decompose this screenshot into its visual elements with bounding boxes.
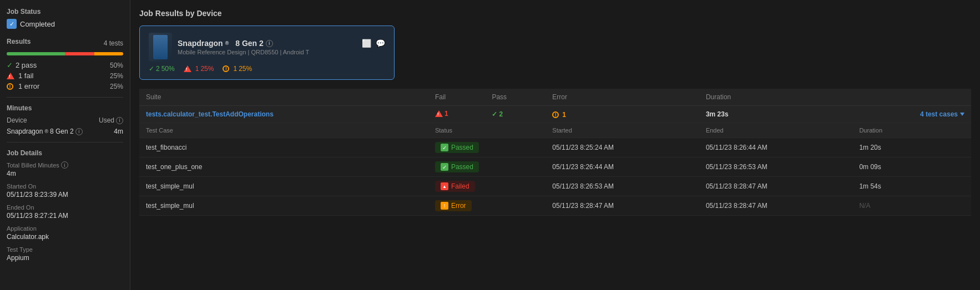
device-card-info-icon[interactable]: i	[266, 40, 273, 47]
tc-status-4: ! Error	[428, 196, 545, 216]
test-type-label: Test Type	[7, 246, 123, 253]
fail-label: 1 fail	[18, 72, 33, 80]
fail-result: 1 fail 25%	[7, 72, 123, 80]
tc-col-name: Test Case	[139, 123, 428, 138]
job-status-row: ✓ Completed	[7, 19, 123, 29]
job-details-label: Job Details	[7, 149, 123, 157]
divider-2	[7, 142, 123, 143]
job-status-section: Job Status ✓ Completed	[7, 8, 123, 29]
tc-ended-4: 05/11/23 8:28:47 AM	[699, 196, 853, 216]
device-pass-stat: ✓ 2 50%	[149, 65, 175, 73]
tc-name-3: test_simple_mul	[139, 177, 428, 196]
tc-col-started: Started	[545, 123, 699, 138]
minutes-label: Minutes	[7, 104, 123, 112]
results-section: Results 4 tests ✓ 2 pass 50% 1 fail 25% …	[7, 38, 123, 90]
test-type-value: Appium	[7, 254, 123, 262]
suite-fail: 1	[428, 106, 485, 123]
col-action	[852, 89, 971, 106]
suite-fail-icon	[435, 110, 443, 117]
suite-test-cases[interactable]: 4 test cases	[852, 106, 971, 123]
error-icon: !	[441, 202, 448, 210]
started-on-value: 05/11/23 8:23:39 AM	[7, 191, 123, 199]
used-col-label: Used	[99, 116, 114, 124]
progress-error	[94, 52, 124, 55]
tc-ended-2: 05/11/23 8:26:53 AM	[699, 157, 853, 177]
error-icon: !	[7, 83, 13, 90]
tc-started-4: 05/11/23 8:28:47 AM	[545, 196, 699, 216]
error-circle-icon: !	[223, 65, 229, 72]
snapdragon-minutes-row: Snapdragon® 8 Gen 2 i 4m	[7, 128, 123, 135]
device-monitor-icon[interactable]: ⬜	[362, 39, 371, 48]
progress-fail	[65, 52, 94, 55]
device-fail-stat: 1 25%	[184, 65, 214, 73]
suite-row: tests.calculator_test.TestAddOperations …	[139, 106, 971, 123]
minutes-section: Minutes Device Used i Snapdragon® 8 Gen …	[7, 104, 123, 135]
suite-pass: ✓ 2	[485, 106, 545, 123]
device-col-label: Device	[7, 116, 27, 124]
tc-duration-4: N/A	[852, 196, 971, 216]
tc-started-2: 05/11/23 8:26:44 AM	[545, 157, 699, 177]
ended-on-value: 05/11/23 8:27:21 AM	[7, 212, 123, 220]
ended-on-label: Ended On	[7, 204, 123, 211]
suite-name: tests.calculator_test.TestAddOperations	[139, 106, 428, 123]
suite-error-icon: !	[552, 111, 559, 118]
application-label: Application	[7, 225, 123, 232]
tc-status-1: ✓ Passed	[428, 138, 545, 157]
tc-started-1: 05/11/23 8:25:24 AM	[545, 138, 699, 157]
col-error: Error	[545, 89, 699, 106]
tc-name-4: test_simple_mul	[139, 196, 428, 216]
suite-error: ! 1	[545, 106, 699, 123]
tc-duration-2: 0m 09s	[852, 157, 971, 177]
table-row: test_simple_mul ▲ Failed 05/11/23 8:26:5…	[139, 177, 971, 196]
table-header-row: Suite Fail Pass Error Duration	[139, 89, 971, 106]
expand-icon	[960, 113, 964, 116]
col-duration: Duration	[699, 89, 853, 106]
device-card: Snapdragon® 8 Gen 2 i ⬜ 💬 Mobile Referen…	[139, 26, 395, 80]
billed-info-icon[interactable]: i	[61, 161, 68, 169]
total-billed-label: Total Billed Minutes i	[7, 161, 123, 169]
tc-status-2: ✓ Passed	[428, 157, 545, 177]
col-pass: Pass	[485, 89, 545, 106]
table-row: test_fibonacci ✓ Passed 05/11/23 8:25:24…	[139, 138, 971, 157]
snapdragon-name: Snapdragon® 8 Gen 2 i	[7, 128, 83, 135]
pass-icon: ✓	[7, 61, 13, 69]
main-content: Job Results by Device Snapdragon® 8 Gen …	[130, 0, 980, 290]
used-info-icon[interactable]: i	[116, 117, 123, 124]
device-chat-icon[interactable]: 💬	[376, 39, 385, 48]
passed-icon: ✓	[441, 144, 448, 151]
job-status-value: Completed	[20, 20, 55, 28]
tc-name-2: test_one_plus_one	[139, 157, 428, 177]
tc-started-3: 05/11/23 8:26:53 AM	[545, 177, 699, 196]
table-row: test_simple_mul ! Error 05/11/23 8:28:47…	[139, 196, 971, 216]
fail-icon	[7, 73, 14, 79]
snapdragon-minutes: 4m	[114, 128, 123, 135]
device-error-stat: ! 1 25%	[223, 65, 252, 73]
tc-col-status: Status	[428, 123, 545, 138]
results-label: Results	[7, 38, 31, 45]
job-status-label: Job Status	[7, 8, 123, 16]
device-used-row: Device Used i	[7, 116, 123, 124]
total-billed-value: 4m	[7, 170, 123, 177]
pass-result: ✓ 2 pass 50%	[7, 61, 123, 69]
error-result: ! 1 error 25%	[7, 82, 123, 90]
tc-duration-1: 1m 20s	[852, 138, 971, 157]
tc-ended-1: 05/11/23 8:26:44 AM	[699, 138, 853, 157]
device-sub: Mobile Reference Design | QRD8550 | Andr…	[178, 49, 385, 55]
sidebar: Job Status ✓ Completed Results 4 tests ✓…	[0, 0, 130, 290]
results-header: Results 4 tests	[7, 38, 123, 49]
fail-tri-icon	[184, 65, 191, 72]
tc-col-duration: Duration	[852, 123, 971, 138]
pass-pct: 50%	[110, 62, 123, 69]
snapdragon-info-icon[interactable]: i	[75, 128, 83, 135]
device-stats: ✓ 2 50% 1 25% ! 1 25%	[149, 65, 385, 73]
tc-status-3: ▲ Failed	[428, 177, 545, 196]
pass-label: 2 pass	[16, 61, 37, 69]
results-table: Suite Fail Pass Error Duration tests.cal…	[139, 89, 971, 216]
error-pct: 25%	[110, 83, 123, 90]
tc-ended-3: 05/11/23 8:28:47 AM	[699, 177, 853, 196]
failed-icon: ▲	[441, 182, 448, 190]
device-thumbnail	[149, 33, 172, 62]
test-case-header-row: Test Case Status Started Ended Duration	[139, 123, 971, 138]
check-icon: ✓	[149, 65, 154, 73]
job-details-section: Job Details Total Billed Minutes i 4m St…	[7, 149, 123, 262]
